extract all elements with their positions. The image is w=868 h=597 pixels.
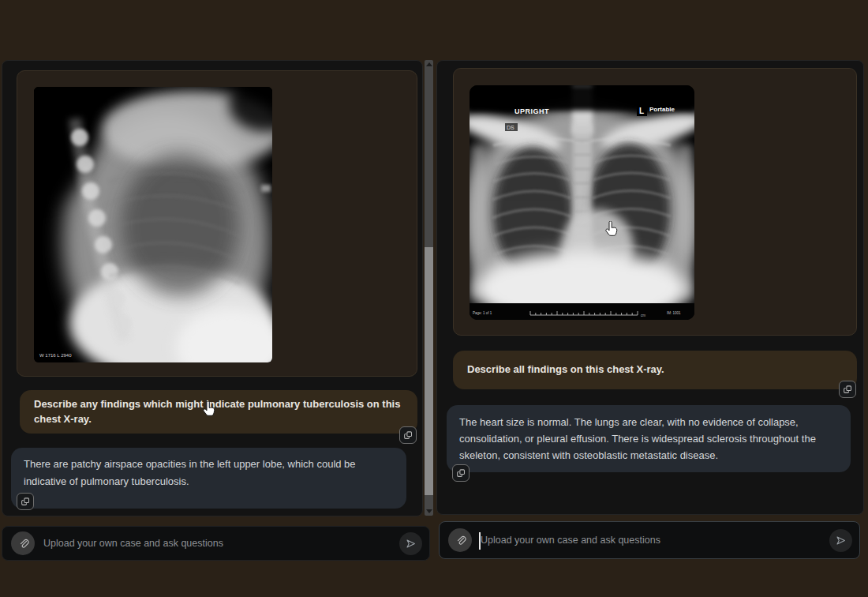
lateral-xray-art: W 1716 L 2940	[34, 87, 272, 362]
page-label: Page: 1 of 1	[473, 311, 492, 315]
left-message-input-bar	[2, 526, 430, 561]
attach-button[interactable]	[448, 528, 472, 552]
send-button[interactable]	[399, 532, 422, 555]
copy-button[interactable]	[839, 381, 856, 398]
right-question-text: Describe all findings on this chest X-ra…	[467, 362, 664, 377]
window-level-overlay: W 1716 L 2940	[39, 353, 72, 358]
portable-label: Portable	[649, 106, 675, 113]
left-user-question-bubble: Describe any findings which might indica…	[20, 390, 417, 434]
left-answer-text: There are patchy airspace opacities in t…	[24, 456, 394, 491]
paperclip-icon	[17, 538, 29, 550]
lateral-chest-xray-image[interactable]: W 1716 L 2940	[34, 87, 272, 362]
copy-icon	[843, 385, 852, 394]
copy-icon	[403, 430, 413, 440]
copy-icon	[21, 497, 30, 506]
app-window: W 1716 L 2940 Describe any findings whic…	[0, 0, 868, 597]
attach-button[interactable]	[11, 531, 35, 555]
right-message-input[interactable]	[479, 534, 829, 546]
left-xray-card: W 1716 L 2940	[17, 70, 417, 377]
send-icon	[835, 535, 847, 546]
paperclip-icon	[455, 535, 466, 546]
frontal-xray-art: UPRIGHT DS L Portable Page: 1 of 1 cm IM…	[470, 85, 694, 320]
left-question-text: Describe any findings which might indica…	[34, 397, 403, 427]
send-button[interactable]	[829, 529, 852, 552]
right-answer-text: The heart size is normal. The lungs are …	[459, 414, 838, 464]
send-icon	[405, 538, 417, 550]
right-chat-panel: UPRIGHT DS L Portable Page: 1 of 1 cm IM…	[436, 60, 864, 515]
right-assistant-answer-bubble: The heart size is normal. The lungs are …	[447, 405, 851, 472]
left-panel-scrollbar[interactable]	[425, 60, 433, 516]
text-caret	[479, 532, 481, 550]
scroll-up-arrow[interactable]	[426, 62, 432, 66]
scroll-down-arrow[interactable]	[426, 509, 432, 513]
ruler-unit-label: cm	[641, 314, 645, 317]
left-assistant-answer-bubble: There are patchy airspace opacities in t…	[11, 448, 406, 509]
scrollbar-thumb[interactable]	[425, 247, 433, 495]
right-user-question-bubble: Describe all findings on this chest X-ra…	[453, 351, 857, 389]
left-message-input[interactable]	[42, 537, 399, 550]
side-marker-label: L	[639, 107, 644, 115]
upright-label: UPRIGHT	[514, 107, 549, 115]
copy-button[interactable]	[17, 493, 34, 510]
frontal-chest-xray-image[interactable]: UPRIGHT DS L Portable Page: 1 of 1 cm IM…	[470, 85, 694, 320]
right-xray-card: UPRIGHT DS L Portable Page: 1 of 1 cm IM…	[453, 68, 857, 336]
copy-button[interactable]	[399, 426, 417, 444]
right-message-input-bar	[439, 521, 860, 559]
left-chat-panel: W 1716 L 2940 Describe any findings whic…	[2, 60, 423, 516]
ds-label: DS	[507, 125, 514, 130]
image-number-label: IM: 1001	[667, 311, 681, 315]
copy-button[interactable]	[452, 464, 470, 482]
copy-icon	[456, 468, 466, 478]
